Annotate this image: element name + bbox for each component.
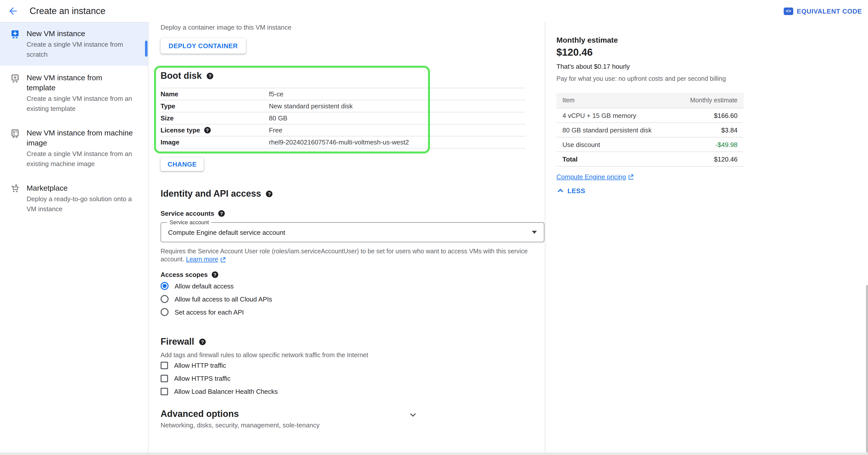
estimate-hourly: That's about $0.17 hourly [556,63,630,70]
sidebar-item-desc: Deploy a ready-to-go solution onto a VM … [27,194,132,214]
radio-allow-default-access[interactable]: Allow default access [160,281,272,291]
advanced-options-subtitle: Networking, disks, security, management,… [160,421,320,429]
boot-disk-row-value: New standard persistent disk [269,102,353,110]
helper-line-2: account. Learn more [160,255,528,263]
firewall-options: Allow HTTP traffic Allow HTTPS traffic A… [160,360,278,399]
sidebar-item-title: New VM instance [27,29,123,39]
service-account-select[interactable]: Service account Compute Engine default s… [160,222,545,242]
checkbox-icon [160,375,168,382]
learn-more-label: Learn more [186,255,218,263]
sidebar-item-marketplace[interactable]: Marketplace Deploy a ready-to-go solutio… [0,176,148,221]
boot-disk-row-type: Type New standard persistent disk [160,100,525,112]
access-scopes-label-text: Access scopes [160,271,208,279]
estimate-row-discount: Use discount -$49.98 [556,137,744,152]
chevron-up-icon [556,187,564,195]
boot-disk-row-image: Image rhel9-20240216075746-multi-voltmes… [160,136,525,149]
instance-form: Deploy a container image to this VM inst… [149,22,545,453]
code-icon: <> [784,7,793,15]
equivalent-code-label: EQUIVALENT CODE [797,7,862,15]
access-scopes-label: Access scopes [160,271,218,279]
access-scopes-options: Allow default access Allow full access t… [160,281,272,320]
sidebar-item-text: New VM instance from machine image Creat… [27,128,133,169]
sidebar-item-text: New VM instance Create a single VM insta… [27,29,123,60]
learn-more-link[interactable]: Learn more [186,255,226,263]
container-section-hint: Deploy a container image to this VM inst… [160,24,291,31]
boot-disk-help-icon[interactable] [207,73,213,79]
boot-disk-table: Name f5-ce Type New standard persistent … [160,88,525,149]
estimate-table: Item Monthly estimate 4 vCPU + 15 GB mem… [556,93,744,167]
dropdown-arrow-icon [532,231,537,234]
radio-set-access-each-api[interactable]: Set access for each API [160,307,272,317]
radio-allow-full-access[interactable]: Allow full access to all Cloud APIs [160,294,272,304]
firewall-help-icon[interactable] [199,338,206,345]
vm-template-icon [10,73,20,83]
collapse-estimate-button[interactable]: LESS [556,187,585,195]
checkbox-allow-http-traffic[interactable]: Allow HTTP traffic [160,360,278,370]
estimate-col-item: Item [562,97,575,104]
compute-engine-pricing-link[interactable]: Compute Engine pricing [556,173,634,181]
radio-icon-selected [160,282,168,290]
external-link-icon [628,174,634,180]
boot-disk-row-name: Name f5-ce [160,88,525,100]
vm-plus-icon [10,29,20,39]
checkbox-label: Allow HTTP traffic [174,361,226,369]
boot-disk-row-label: Name [160,90,269,98]
estimate-total-value: $120.46 [714,155,738,163]
deploy-container-button[interactable]: DEPLOY CONTAINER [160,38,246,54]
firewall-hint: Add tags and firewall rules to allow spe… [160,352,368,359]
identity-help-icon[interactable] [266,191,273,197]
sidebar-item-new-vm-instance[interactable]: New VM instance Create a single VM insta… [0,23,148,66]
vertical-scrollbar-thumb[interactable] [866,285,868,453]
checkbox-icon [160,361,168,369]
boot-disk-row-size: Size 80 GB [160,112,525,124]
helper-line-2-text: account. [160,256,184,263]
sidebar-item-new-vm-from-machine-image[interactable]: New VM instance from machine image Creat… [0,121,148,176]
boot-disk-row-value: rhel9-20240216075746-multi-voltmesh-us-w… [269,138,409,146]
access-scopes-help-icon[interactable] [212,271,218,278]
identity-section-title: Identity and API access [160,189,273,199]
checkbox-allow-https-traffic[interactable]: Allow HTTPS traffic [160,373,278,383]
external-link-icon [220,257,225,262]
creation-type-sidebar: New VM instance Create a single VM insta… [0,22,149,453]
firewall-title-text: Firewall [160,336,194,347]
estimate-title: Monthly estimate [556,36,618,44]
estimate-table-header: Item Monthly estimate [556,93,744,108]
less-label: LESS [567,187,585,194]
identity-title-text: Identity and API access [160,189,261,199]
monthly-estimate-panel: Monthly estimate $120.46 That's about $0… [545,22,868,453]
estimate-row-item: 4 vCPU + 15 GB memory [562,111,636,119]
back-button[interactable] [7,5,19,17]
helper-line-1: Requires the Service Account User role (… [160,247,528,255]
sidebar-item-title: Marketplace [27,183,132,193]
horizontal-scrollbar[interactable] [0,453,868,455]
estimate-row-value-discount: -$49.98 [715,141,738,148]
license-type-help-icon[interactable] [204,127,211,133]
sidebar-item-new-vm-from-template[interactable]: New VM instance from template Create a s… [0,66,148,121]
checkbox-label: Allow HTTPS traffic [174,375,230,382]
service-account-field-label: Service account [167,219,212,225]
app-header: Create an instance <> EQUIVALENT CODE [0,0,868,22]
sidebar-item-title: New VM instance from template [27,73,132,93]
estimate-note: Pay for what you use: no upfront costs a… [556,75,726,82]
estimate-row-value: $166.60 [714,111,738,119]
estimate-row-disk: 80 GB standard persistent disk $3.84 [556,123,744,137]
back-arrow-icon [7,5,19,17]
checkbox-allow-lb-health-checks[interactable]: Allow Load Balancer Health Checks [160,386,278,396]
create-instance-page: Create an instance <> EQUIVALENT CODE Ne… [0,0,868,455]
equivalent-code-button[interactable]: <> EQUIVALENT CODE [783,5,863,17]
service-accounts-help-icon[interactable] [218,210,225,217]
checkbox-icon [160,388,168,395]
sidebar-item-title: New VM instance from machine image [27,128,133,148]
estimate-amount: $120.46 [556,47,593,58]
advanced-options-expand-button[interactable] [408,410,418,421]
boot-disk-section-title: Boot disk [160,71,213,81]
radio-label: Allow default access [175,282,234,290]
boot-disk-row-value: Free [269,126,282,134]
boot-disk-change-button[interactable]: CHANGE [160,158,204,171]
boot-disk-row-value: f5-ce [269,90,283,98]
sidebar-scrollbar-thumb[interactable] [145,41,148,57]
pricing-link-label: Compute Engine pricing [556,173,626,181]
firewall-section-title: Firewall [160,336,206,347]
estimate-total-label: Total [562,155,578,163]
service-accounts-label: Service accounts [160,210,225,217]
